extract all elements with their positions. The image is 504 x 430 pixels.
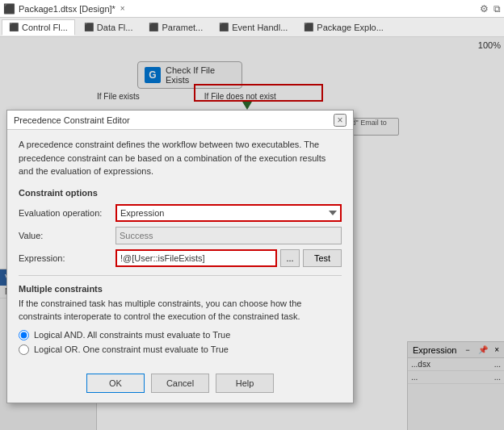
expression-label: Expression: <box>19 253 116 263</box>
constraint-options-label: Constraint options <box>19 188 342 198</box>
precedence-constraint-editor-dialog: Precedence Constraint Editor × A precede… <box>6 110 354 403</box>
dialog-divider <box>19 275 342 276</box>
expression-controls: ... Test <box>116 249 342 267</box>
dialog-description: A precedence constraint defines the work… <box>19 138 342 178</box>
dialog-overlay: Precedence Constraint Editor × A precede… <box>0 37 504 430</box>
event-handlers-icon: ⬛ <box>219 23 229 31</box>
tab-control-flow-label: Control Fl... <box>22 23 68 32</box>
radio-or-row: Logical OR. One constraint must evaluate… <box>19 344 342 355</box>
tab-control-flow[interactable]: ⬛ Control Fl... <box>2 19 75 35</box>
tab-event-handlers[interactable]: ⬛ Event Handl... <box>212 19 295 35</box>
multiple-constraints-title: Multiple constraints <box>19 284 342 294</box>
title-bar-text: Package1.dtsx [Design]* <box>19 4 116 14</box>
package-tab-icon: ⬛ <box>3 3 15 15</box>
radio-and-label: Logical AND. All constraints must evalua… <box>34 330 230 340</box>
radio-or[interactable] <box>19 344 29 355</box>
expression-input-wrap <box>116 249 277 267</box>
expression-row: Expression: ... Test <box>19 249 342 267</box>
data-flow-icon: ⬛ <box>84 23 94 31</box>
dialog-footer: OK Cancel Help <box>7 367 353 403</box>
main-area: 100% G Check If File Exists If File exis… <box>0 37 504 430</box>
radio-or-label: Logical OR. One constraint must evaluate… <box>34 344 229 354</box>
tab-parameters[interactable]: ⬛ Paramet... <box>141 19 210 35</box>
dialog-close-button[interactable]: × <box>334 114 346 127</box>
eval-operation-control: Constraint Expression Expression and Con… <box>116 204 342 222</box>
tab-data-flow-label: Data Fl... <box>97 23 133 32</box>
eval-operation-label: Evaluation operation: <box>19 208 116 218</box>
dialog-body: A precedence constraint defines the work… <box>7 130 353 367</box>
value-control <box>116 227 342 244</box>
control-flow-icon: ⬛ <box>9 23 19 31</box>
radio-and[interactable] <box>19 330 29 340</box>
expression-test-button[interactable]: Test <box>303 249 342 267</box>
title-bar-right: ⚙ ⧉ <box>480 3 501 15</box>
eval-operation-select[interactable]: Constraint Expression Expression and Con… <box>116 204 342 222</box>
title-bar: ⬛ Package1.dtsx [Design]* × ⚙ ⧉ <box>0 0 504 18</box>
tab-data-flow[interactable]: ⬛ Data Fl... <box>77 19 141 35</box>
window-icon[interactable]: ⧉ <box>494 3 501 15</box>
tab-parameters-label: Paramet... <box>162 23 203 32</box>
eval-operation-row: Evaluation operation: Constraint Express… <box>19 204 342 222</box>
value-row: Value: <box>19 227 342 244</box>
tab-package-explorer-label: Package Explo... <box>317 23 384 32</box>
multiple-constraints-desc: If the constrained task has multiple con… <box>19 297 342 324</box>
ok-button[interactable]: OK <box>86 374 145 393</box>
title-bar-close-btn[interactable]: × <box>120 4 125 13</box>
value-label: Value: <box>19 231 116 240</box>
help-button[interactable]: Help <box>216 374 274 393</box>
tab-package-explorer[interactable]: ⬛ Package Explo... <box>296 19 391 35</box>
radio-and-row: Logical AND. All constraints must evalua… <box>19 330 342 340</box>
expression-input[interactable] <box>116 249 277 267</box>
dialog-title: Precedence Constraint Editor <box>14 115 130 125</box>
cancel-button[interactable]: Cancel <box>151 374 209 393</box>
tab-bar: ⬛ Control Fl... ⬛ Data Fl... ⬛ Paramet..… <box>0 18 504 37</box>
parameters-icon: ⬛ <box>149 23 158 31</box>
dialog-title-bar: Precedence Constraint Editor × <box>7 111 353 130</box>
value-input <box>116 227 342 244</box>
package-explorer-icon: ⬛ <box>304 23 313 31</box>
tab-event-handlers-label: Event Handl... <box>232 23 288 32</box>
settings-icon[interactable]: ⚙ <box>480 3 489 15</box>
expression-ellipsis-button[interactable]: ... <box>280 249 300 267</box>
